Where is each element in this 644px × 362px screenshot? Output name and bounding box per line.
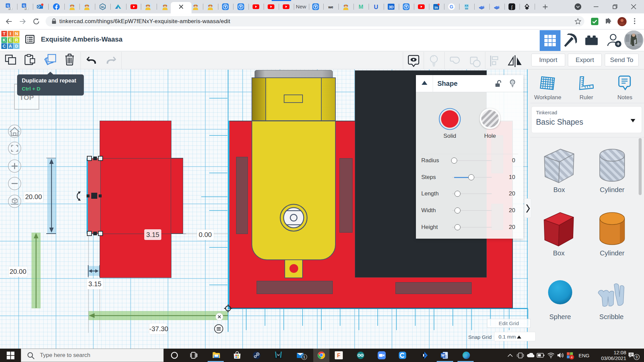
svg-text:F: F	[337, 353, 340, 358]
svg-text:W: W	[441, 353, 445, 357]
svg-text:1: 1	[303, 355, 305, 359]
svg-text:9: 9	[636, 355, 638, 359]
svg-text:4: 4	[571, 355, 573, 359]
